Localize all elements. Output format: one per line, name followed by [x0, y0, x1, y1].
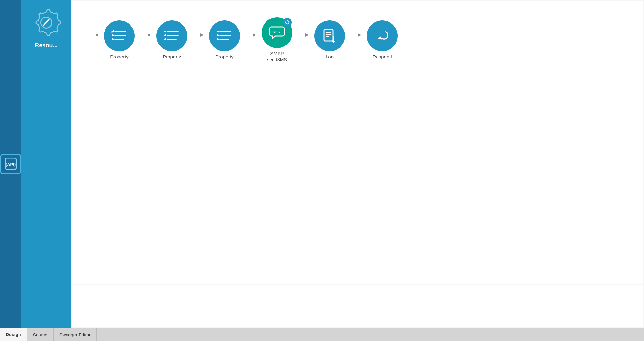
flow-node-property2[interactable]: Property: [156, 20, 187, 59]
tab-design[interactable]: Design: [0, 328, 27, 341]
tabs-bar: Design Source Swagger Editor: [0, 328, 644, 341]
svg-marker-37: [305, 33, 309, 37]
svg-text:{API}: {API}: [6, 162, 16, 167]
resource-panel[interactable]: Resou...: [21, 0, 71, 328]
svg-marker-32: [253, 33, 256, 37]
resource-gear-icon: [31, 6, 62, 37]
arrow-2: [189, 32, 207, 38]
svg-point-29: [217, 38, 219, 40]
bottom-canvas: [72, 285, 643, 327]
property2-circle: [156, 20, 187, 51]
property2-label: Property: [163, 54, 181, 59]
tab-source[interactable]: Source: [27, 328, 54, 341]
flow-node-property1[interactable]: Property: [104, 20, 135, 59]
canvas-area: ✕: [71, 0, 644, 328]
svg-text:sms: sms: [273, 30, 280, 33]
smpp-label: SMPP: [270, 51, 284, 56]
svg-marker-45: [358, 33, 361, 37]
svg-point-25: [217, 31, 219, 32]
property1-circle: [104, 20, 135, 51]
svg-point-19: [164, 34, 166, 36]
property3-label: Property: [215, 54, 234, 59]
flow-canvas: Property: [72, 1, 643, 284]
tab-swagger-editor[interactable]: Swagger Editor: [54, 328, 97, 341]
main-area: {API} Resou... ✕: [0, 0, 644, 328]
flow-node-smpp[interactable]: sms SMPP sendSMS: [262, 17, 292, 62]
arrow-1: [137, 32, 155, 38]
property1-label: Property: [110, 54, 129, 59]
svg-marker-16: [148, 33, 151, 37]
svg-point-17: [164, 31, 166, 32]
flow-node-log[interactable]: Log: [314, 20, 345, 59]
svg-marker-8: [96, 33, 99, 37]
svg-marker-24: [200, 33, 204, 37]
respond-circle: [367, 20, 398, 51]
svg-point-21: [164, 38, 166, 40]
flow-row: Property: [85, 17, 398, 62]
respond-label: Respond: [372, 54, 392, 59]
smpp-badge: [283, 18, 292, 27]
svg-line-6: [43, 26, 44, 26]
svg-point-27: [217, 34, 219, 36]
arrow-3: [242, 32, 260, 38]
initial-arrow: [85, 32, 103, 38]
svg-line-3: [44, 20, 48, 25]
flow-node-respond[interactable]: Respond: [367, 20, 398, 59]
log-circle: [314, 20, 345, 51]
smpp-circle: sms: [262, 17, 292, 48]
svg-rect-38: [324, 29, 333, 41]
svg-point-13: [112, 38, 114, 40]
property3-circle: [209, 20, 240, 51]
sidebar-left: {API}: [0, 0, 21, 328]
svg-point-11: [112, 34, 114, 36]
log-label: Log: [326, 54, 334, 59]
smpp-sublabel: sendSMS: [267, 57, 287, 62]
api-icon[interactable]: {API}: [0, 154, 21, 174]
svg-marker-43: [332, 41, 336, 43]
svg-line-5: [48, 19, 49, 20]
arrow-5: [347, 32, 365, 38]
resource-label: Resou...: [35, 42, 57, 49]
flow-node-property3[interactable]: Property: [209, 20, 240, 59]
arrow-4: [294, 32, 312, 38]
